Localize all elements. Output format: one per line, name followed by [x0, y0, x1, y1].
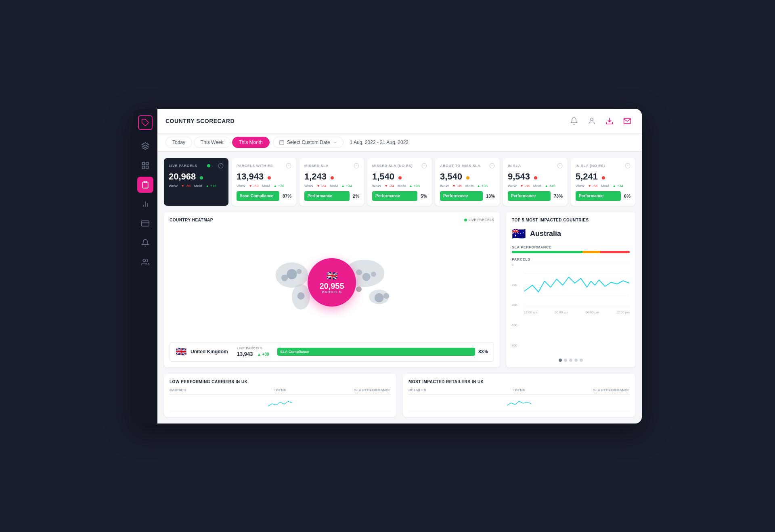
info-icon-no-es[interactable]	[421, 163, 427, 169]
info-icon-in-sla-no-es[interactable]	[625, 163, 630, 169]
svg-point-12	[143, 259, 146, 262]
notification-icon[interactable]	[568, 115, 580, 127]
logo-icon	[141, 119, 149, 127]
bubble-count: 20,955	[319, 282, 344, 290]
retailers-card: MOST IMPACTED RETAILERS IN UK Retailer T…	[403, 374, 635, 417]
aus-name: Australia	[530, 229, 561, 238]
scan-compliance-bar: Scan Compliance	[237, 191, 279, 201]
sla-bar-multi	[512, 251, 630, 253]
kpi-live-parcels: LIVE PARCELS 20,968 WoW ▼ -85 MoM ▲ +18	[164, 158, 228, 206]
heatmap-title: COUNTRY HEATMAP	[170, 218, 213, 222]
country-parcels-value: 13,943	[237, 351, 253, 357]
sidebar-item-grid[interactable]	[137, 157, 153, 173]
svg-point-49	[297, 292, 305, 300]
sidebar-item-layers[interactable]	[137, 138, 153, 154]
kpi-live-parcels-label: LIVE PARCELS	[169, 163, 224, 169]
header-actions	[568, 115, 634, 127]
parcels-line-chart	[524, 263, 630, 307]
heatmap-header: COUNTRY HEATMAP LIVE PARCELS	[170, 218, 494, 222]
dot-4[interactable]	[574, 359, 578, 362]
bar-chart-icon	[141, 200, 149, 208]
performance-bar-no-es: Performance	[372, 191, 417, 201]
svg-rect-2	[142, 162, 145, 165]
aus-flag: 🇦🇺	[512, 227, 526, 240]
dot-2[interactable]	[564, 359, 567, 362]
sidebar-item-users[interactable]	[137, 254, 153, 270]
svg-rect-4	[146, 166, 149, 168]
info-icon-missed[interactable]	[354, 163, 359, 169]
carriers-table-header: Carrier Trend SLA Performance	[170, 388, 391, 395]
app-logo[interactable]	[138, 115, 153, 130]
info-icon-es[interactable]	[286, 163, 291, 169]
user-icon[interactable]	[585, 115, 598, 127]
country-footer[interactable]: 🇬🇧 United Kingdom LIVE PARCELS 13,943 ▲ …	[170, 342, 494, 362]
svg-point-48	[297, 269, 302, 274]
performance-bar-missed: Performance	[304, 191, 350, 201]
svg-rect-3	[146, 162, 149, 165]
svg-point-51	[356, 269, 362, 275]
th-retailer: Retailer	[408, 388, 482, 392]
mail-button[interactable]	[621, 115, 634, 127]
th-retailer-sla: SLA Performance	[556, 388, 630, 392]
sidebar-item-card[interactable]	[137, 215, 153, 232]
dots-indicator	[512, 359, 630, 362]
credit-card-icon	[141, 219, 149, 227]
chart-x-labels: 12:00 am 06:00 am 06:00 pm 12:00 pm	[524, 311, 630, 314]
world-map[interactable]: 🇬🇧 20,955 PARCELS	[170, 226, 494, 339]
kpi-row: LIVE PARCELS 20,968 WoW ▼ -85 MoM ▲ +18	[164, 158, 635, 206]
parcels-chart-label: PARCELS	[512, 257, 630, 261]
date-filter-bar: Today This Week This Month Select Custom…	[157, 134, 642, 152]
performance-bar-in-sla: Performance	[508, 191, 551, 201]
sla-percent: 83%	[478, 349, 488, 355]
sidebar-item-clipboard[interactable]	[137, 177, 153, 193]
main-content: COUNTRY SCORECARD	[157, 109, 642, 424]
svg-rect-15	[280, 140, 284, 145]
sla-bar-track: SLA Compliance	[277, 348, 475, 356]
info-icon-about-miss[interactable]	[489, 163, 495, 169]
clipboard-icon	[141, 181, 149, 189]
retailer-row-1[interactable]	[408, 396, 630, 411]
users-icon	[141, 258, 149, 266]
grid-icon	[141, 161, 149, 169]
country-parcel-info: LIVE PARCELS 13,943 ▲ +30	[237, 346, 269, 357]
carrier-sparkline	[268, 399, 292, 409]
info-icon[interactable]	[218, 163, 224, 169]
country-flag: 🇬🇧	[176, 346, 186, 357]
main-bubble[interactable]: 🇬🇧 20,955 PARCELS	[308, 258, 356, 307]
australia-card[interactable]: 🇦🇺 Australia	[512, 227, 630, 240]
carriers-card: LOW PERFORMING CARRIERS IN UK Carrier Tr…	[164, 374, 396, 417]
lower-section: LOW PERFORMING CARRIERS IN UK Carrier Tr…	[164, 374, 635, 417]
svg-point-47	[281, 275, 288, 281]
retailer-sparkline	[507, 399, 531, 409]
this-month-button[interactable]: This Month	[232, 137, 270, 148]
dot-3[interactable]	[569, 359, 572, 362]
download-button[interactable]	[603, 115, 616, 127]
sidebar-item-chart[interactable]	[137, 196, 153, 212]
today-button[interactable]: Today	[165, 137, 192, 148]
top5-title: TOP 5 MOST IMPACTED COUNTRIES	[512, 218, 630, 222]
header: COUNTRY SCORECARD	[157, 109, 642, 134]
svg-marker-1	[142, 142, 149, 146]
sla-perf-label: SLA PERFORMANCE	[512, 245, 630, 249]
kpi-parcels-es: PARCELS WITH ES 13,943 WoW ▼ -50 MoM ▲ +…	[232, 158, 296, 206]
kpi-dot-red	[268, 176, 271, 179]
cursor-indicator	[356, 286, 362, 292]
country-name: United Kingdom	[191, 349, 228, 355]
retailers-table-header: Retailer Trend SLA Performance	[408, 388, 630, 395]
kpi-live-parcels-value: 20,968	[169, 172, 224, 182]
custom-date-picker[interactable]: Select Custom Date	[273, 137, 344, 148]
country-info: United Kingdom	[191, 349, 228, 355]
th-carrier: Carrier	[170, 388, 243, 392]
country-sla-bar: SLA Compliance 83%	[277, 348, 488, 356]
dot-5[interactable]	[580, 359, 583, 362]
performance-bar-about-miss: Performance	[440, 191, 483, 201]
this-week-button[interactable]: This Week	[194, 137, 230, 148]
sidebar-item-bell[interactable]	[137, 235, 153, 251]
calendar-icon	[279, 140, 285, 145]
info-icon-in-sla[interactable]	[557, 163, 563, 169]
svg-point-53	[375, 293, 384, 303]
dot-1[interactable]	[559, 359, 562, 362]
carrier-row-1[interactable]	[170, 396, 391, 411]
carriers-title: LOW PERFORMING CARRIERS IN UK	[170, 380, 391, 384]
th-trend: Trend	[243, 388, 317, 392]
